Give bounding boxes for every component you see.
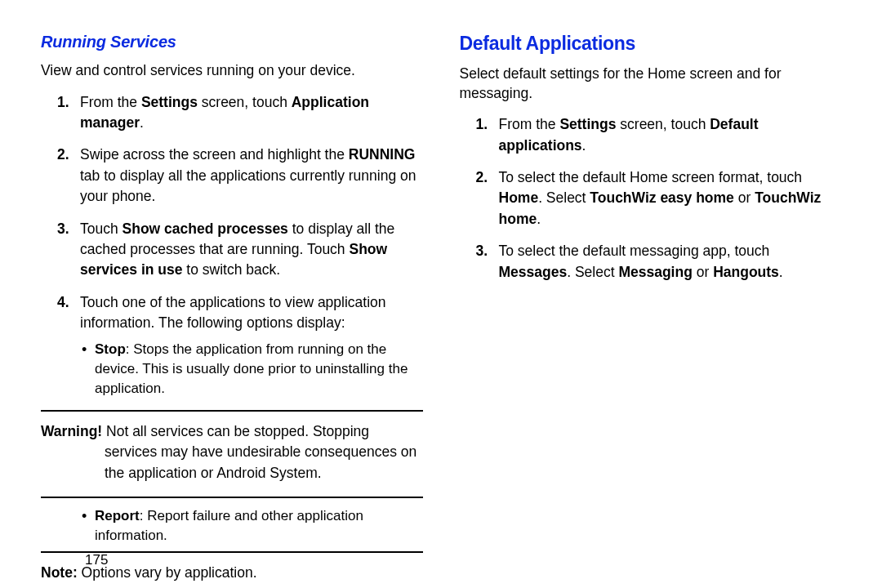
heading-running-services: Running Services <box>41 33 423 51</box>
warning-block: Warning! Not all services can be stopped… <box>41 418 423 492</box>
step-2-right: To select the default Home screen format… <box>460 167 842 229</box>
intro-right: Select default settings for the Home scr… <box>460 65 842 103</box>
bullet-stop: Stop: Stops the application from running… <box>80 340 423 398</box>
steps-right: From the Settings screen, touch Default … <box>460 114 842 283</box>
step-1-left: From the Settings screen, touch Applicat… <box>41 92 423 134</box>
rule-1 <box>41 410 423 412</box>
column-right: Default Applications Select default sett… <box>460 33 842 588</box>
step-3-left: Touch Show cached processes to display a… <box>41 219 423 281</box>
steps-left: From the Settings screen, touch Applicat… <box>41 92 423 399</box>
step-1-right: From the Settings screen, touch Default … <box>460 114 842 156</box>
step-2-left: Swipe across the screen and highlight th… <box>41 145 423 207</box>
column-left: Running Services View and control servic… <box>41 33 423 588</box>
bullets-stop: Stop: Stops the application from running… <box>80 340 423 398</box>
rule-2 <box>41 497 423 498</box>
bullet-report: Report: Report failure and other applica… <box>80 506 423 546</box>
heading-default-applications: Default Applications <box>460 33 842 55</box>
bullet-report-wrap: Report: Report failure and other applica… <box>41 506 423 546</box>
step-4-left: Touch one of the applications to view ap… <box>41 292 423 399</box>
step-3-right: To select the default messaging app, tou… <box>460 241 842 283</box>
page-number: 175 <box>85 552 108 568</box>
intro-left: View and control services running on you… <box>41 61 423 81</box>
